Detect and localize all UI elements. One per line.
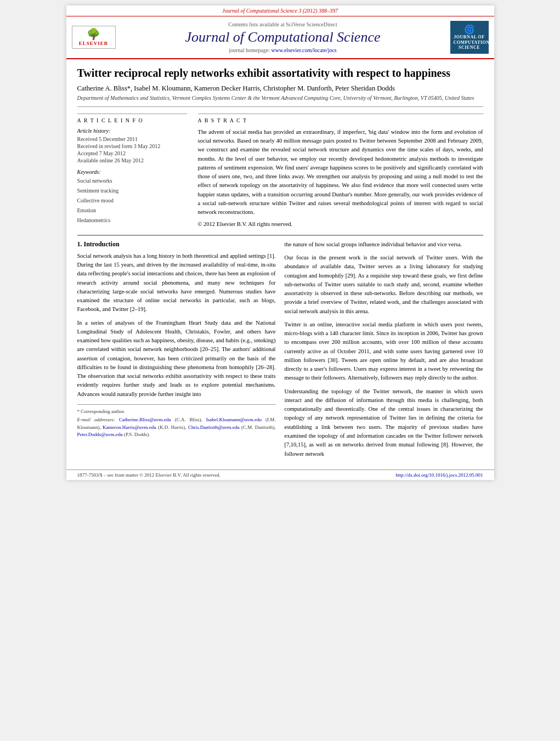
received-date: Received 5 December 2011	[77, 136, 187, 142]
corresponding-note: * Corresponding author.	[77, 408, 276, 416]
homepage-link[interactable]: www.elsevier.com/locate/jocs	[271, 47, 336, 53]
body-col-right: the nature of how social groups influenc…	[285, 240, 483, 463]
tree-icon: 🌳	[87, 29, 100, 39]
right-para-2: Our focus in the present work is the soc…	[285, 253, 483, 316]
info-abstract-section: A R T I C L E I N F O Article history: R…	[77, 114, 483, 229]
intro-para-2: In a series of analyses of the Framingha…	[77, 319, 276, 399]
intro-heading: 1. Introduction	[77, 240, 276, 248]
doi-link[interactable]: http://dx.doi.org/10.1016/j.jocs.2012.05…	[395, 472, 483, 478]
article-info-heading: A R T I C L E I N F O	[77, 117, 187, 123]
keywords-label: Keywords:	[77, 169, 187, 175]
email-dodds[interactable]: Peter.Dodds@uvm.edu	[77, 432, 123, 437]
authors: Catherine A. Bliss*, Isabel M. Kloumann,…	[77, 84, 483, 93]
journal-abbr: JOURNAL OFCOMPUTATIONALSCIENCE	[454, 35, 485, 50]
swirl-icon: 🌀	[454, 24, 485, 35]
header-center: Contents lists available at SciVerse Sci…	[121, 21, 445, 54]
abstract-section: A B S T R A C T The advent of social med…	[198, 114, 483, 229]
body-content: 1. Introduction Social network analysis …	[77, 240, 483, 463]
bottom-bar: 1877-7503/$ – see front matter © 2012 El…	[66, 470, 494, 480]
journal-logo-right: 🌀 JOURNAL OFCOMPUTATIONALSCIENCE	[450, 21, 489, 54]
email-kloumann[interactable]: Isabel.Kloumann@uvm.edu	[206, 417, 262, 422]
revised-date: Received in revised form 3 May 2012	[77, 143, 187, 149]
email-harris[interactable]: Kameron.Harris@uvm.edu	[103, 425, 156, 430]
body-col-left: 1. Introduction Social network analysis …	[77, 240, 276, 463]
page: Journal of Computational Science 3 (2012…	[66, 5, 494, 480]
keyword-hedanometrics: Hedanometrics	[77, 216, 187, 225]
abstract-heading: A B S T R A C T	[198, 117, 483, 123]
issn-text: 1877-7503/$ – see front matter © 2012 El…	[77, 472, 221, 478]
accepted-date: Accepted 7 May 2012	[77, 150, 187, 156]
citation-text: Journal of Computational Science 3 (2012…	[222, 8, 338, 14]
email-danforth[interactable]: Chris.Danforth@uvm.edu	[188, 425, 240, 430]
journal-citation: Journal of Computational Science 3 (2012…	[66, 5, 494, 16]
history-label: Article history:	[77, 128, 187, 134]
article-info: A R T I C L E I N F O Article history: R…	[77, 114, 187, 229]
email-note: E-mail addresses: Catherine.Bliss@uvm.ed…	[77, 416, 276, 439]
article-content: Twitter reciprocal reply networks exhibi…	[66, 59, 494, 470]
email-bliss[interactable]: Catherine.Bliss@uvm.edu	[119, 417, 171, 422]
copyright-text: © 2012 Elsevier B.V. All rights reserved…	[198, 220, 483, 229]
keyword-sentiment: Sentiment tracking	[77, 186, 187, 195]
article-title: Twitter reciprocal reply networks exhibi…	[77, 66, 483, 80]
right-para-4: Understanding the topology of the Twitte…	[285, 387, 483, 459]
footnote-area: * Corresponding author. E-mail addresses…	[77, 404, 276, 439]
right-para-1: the nature of how social groups influenc…	[285, 240, 483, 249]
affiliation: Department of Mathematics and Statistics…	[77, 95, 483, 107]
available-date: Available online 26 May 2012	[77, 157, 187, 163]
keyword-emotion: Emotion	[77, 206, 187, 215]
journal-homepage: journal homepage: www.elsevier.com/locat…	[121, 47, 445, 53]
right-para-3: Twitter is an online, interactive social…	[285, 320, 483, 383]
keyword-mood: Collective mood	[77, 196, 187, 205]
intro-para-1: Social network analysis has a long histo…	[77, 252, 276, 314]
journal-header: 🌳 ELSEVIER Contents lists available at S…	[66, 16, 494, 59]
keywords-section: Keywords: Social networks Sentiment trac…	[77, 169, 187, 225]
body-divider	[77, 235, 483, 236]
journal-title: Journal of Computational Science	[121, 30, 445, 46]
abstract-text: The advent of social media has provided …	[198, 128, 483, 217]
sciverse-line: Contents lists available at SciVerse Sci…	[121, 21, 445, 27]
elsevier-text: ELSEVIER	[79, 41, 109, 46]
keyword-social-networks: Social networks	[77, 177, 187, 185]
elsevier-logo: 🌳 ELSEVIER	[72, 26, 116, 49]
